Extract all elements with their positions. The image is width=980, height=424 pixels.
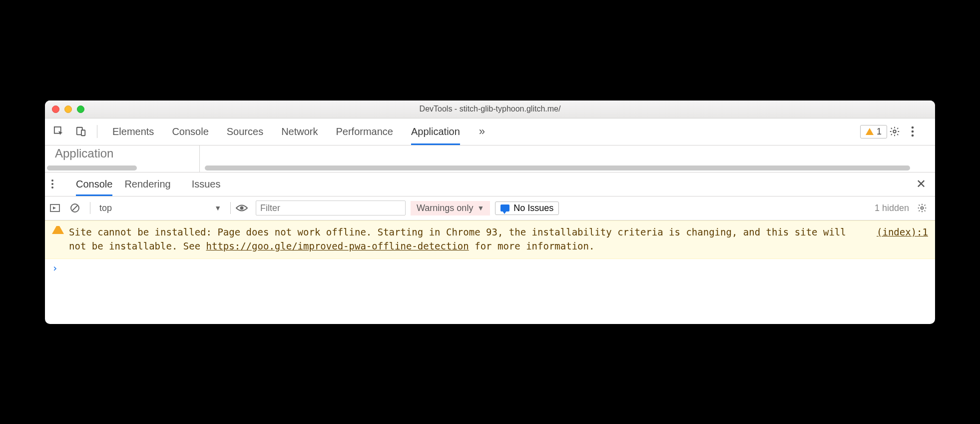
drawer-kebab-icon[interactable] [51, 179, 64, 189]
application-main-peek [200, 146, 935, 172]
main-toolbar: Elements Console Sources Network Perform… [45, 118, 935, 146]
issues-chip[interactable]: No Issues [495, 202, 559, 215]
console-sidebar-toggle-icon[interactable] [50, 203, 65, 213]
hidden-messages-count[interactable]: 1 hidden [875, 203, 909, 214]
warning-icon [866, 128, 874, 135]
window-minimize-button[interactable] [64, 106, 72, 113]
divider [230, 202, 231, 214]
svg-point-14 [921, 207, 924, 210]
more-tabs-icon[interactable]: » [479, 125, 485, 138]
application-sidebar-peek: Application [45, 146, 200, 172]
drawer-tabbar: Console Rendering Issues ✕ [45, 172, 935, 196]
message-icon [500, 204, 509, 212]
console-settings-icon[interactable] [914, 203, 930, 213]
live-expression-icon[interactable] [236, 204, 251, 212]
drawer-tab-rendering[interactable]: Rendering [124, 172, 170, 196]
clear-console-icon[interactable] [70, 203, 85, 213]
kebab-menu-icon[interactable] [911, 126, 931, 137]
console-filterbar: top ▼ Warnings only ▼ No Issues 1 hidden [45, 196, 935, 220]
divider [97, 125, 97, 138]
titlebar: DevTools - stitch-glib-typhoon.glitch.me… [45, 100, 935, 118]
divider [90, 202, 90, 214]
context-value: top [99, 203, 112, 214]
drawer-tab-issues[interactable]: Issues [192, 172, 221, 196]
window-close-button[interactable] [52, 106, 59, 113]
devtools-window: DevTools - stitch-glib-typhoon.glitch.me… [45, 100, 935, 324]
tab-application[interactable]: Application [411, 118, 460, 145]
window-maximize-button[interactable] [77, 106, 84, 113]
warning-message: Site cannot be installed: Page does not … [69, 225, 865, 254]
sidebar-heading: Application [55, 146, 113, 160]
settings-icon[interactable] [889, 126, 909, 137]
warning-source-link[interactable]: (index):1 [877, 225, 928, 254]
log-level-selector[interactable]: Warnings only ▼ [411, 201, 490, 216]
warning-link[interactable]: https://goo.gle/improved-pwa-offline-det… [206, 240, 469, 252]
warning-text-post: for more information. [469, 240, 595, 252]
chevron-down-icon: ▼ [214, 204, 221, 212]
drawer-tab-console[interactable]: Console [76, 172, 112, 196]
window-title: DevTools - stitch-glib-typhoon.glitch.me… [45, 104, 935, 114]
tab-elements[interactable]: Elements [112, 118, 154, 145]
main-tabs: Elements Console Sources Network Perform… [112, 118, 460, 145]
device-toggle-icon[interactable] [71, 122, 91, 142]
sidebar-scrollbar[interactable] [47, 166, 137, 170]
inspect-element-icon[interactable] [49, 122, 69, 142]
issues-count: 1 [877, 126, 882, 137]
tab-network[interactable]: Network [281, 118, 318, 145]
log-level-value: Warnings only [417, 203, 473, 214]
panel-body-strip: Application [45, 146, 935, 172]
svg-point-4 [912, 126, 914, 129]
svg-rect-2 [81, 130, 85, 136]
drawer-close-icon[interactable]: ✕ [913, 177, 929, 191]
issues-chip-label: No Issues [513, 203, 553, 214]
context-selector[interactable]: top ▼ [95, 203, 225, 214]
tab-sources[interactable]: Sources [227, 118, 263, 145]
chevron-down-icon: ▼ [477, 204, 484, 212]
svg-point-5 [912, 130, 914, 133]
svg-point-3 [893, 130, 896, 133]
issues-badge[interactable]: 1 [860, 125, 887, 138]
prompt-chevron-icon: › [52, 262, 58, 274]
svg-point-13 [240, 206, 244, 210]
tab-performance[interactable]: Performance [336, 118, 394, 145]
console-prompt[interactable]: › [45, 259, 935, 324]
svg-point-8 [51, 183, 53, 185]
svg-point-7 [51, 180, 53, 182]
traffic-lights [45, 106, 84, 113]
svg-line-12 [72, 206, 77, 210]
warning-icon [52, 226, 64, 234]
main-scrollbar[interactable] [205, 166, 910, 170]
svg-point-9 [51, 186, 53, 188]
filter-input[interactable] [256, 200, 406, 216]
svg-point-6 [912, 134, 914, 137]
console-warning-entry[interactable]: Site cannot be installed: Page does not … [45, 220, 935, 259]
tab-console[interactable]: Console [172, 118, 208, 145]
